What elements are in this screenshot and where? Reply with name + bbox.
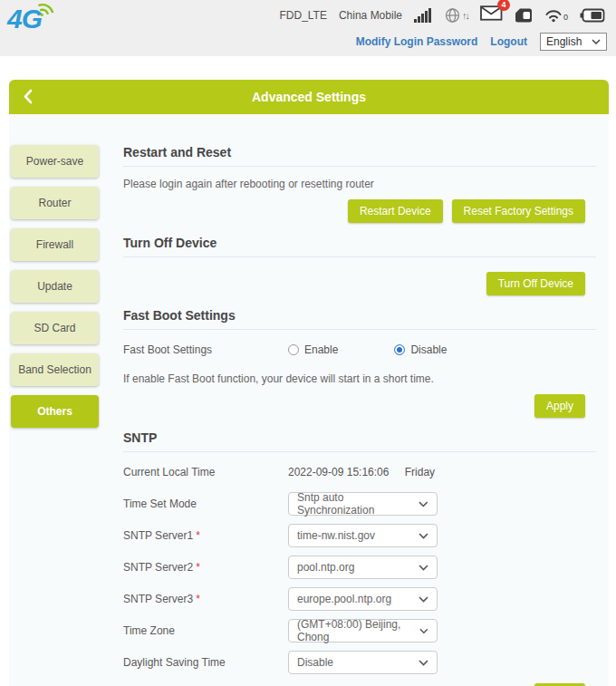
turn-off-device-button[interactable]: Turn Off Device: [486, 272, 585, 295]
time-set-mode-select[interactable]: Sntp auto Synchronization: [288, 492, 438, 516]
restart-reset-heading: Restart and Reset: [123, 145, 596, 167]
time-zone-select[interactable]: (GMT+08:00) Beijing, Chong: [288, 619, 438, 643]
sntp-server1-select[interactable]: time-nw.nist.gov: [288, 524, 438, 547]
sntp-server2-label: SNTP Server2*: [123, 561, 288, 574]
sntp-server3-row: SNTP Server3* europe.pool.ntp.org: [123, 587, 596, 611]
signal-strength-icon: [414, 7, 433, 24]
required-asterisk: *: [196, 593, 200, 605]
chevron-left-icon: [24, 89, 33, 104]
time-zone-label: Time Zone: [123, 624, 288, 637]
time-set-mode-row: Time Set Mode Sntp auto Synchronization: [123, 492, 596, 516]
restart-device-button[interactable]: Restart Device: [348, 199, 443, 223]
enable-radio-label: Enable: [304, 343, 338, 356]
chevron-down-icon: [592, 39, 601, 44]
sntp-heading: SNTP: [123, 430, 596, 452]
sntp-server3-label: SNTP Server3*: [123, 593, 288, 605]
current-time-text: 2022-09-09 15:16:06: [288, 466, 389, 478]
enable-radio-option[interactable]: Enable: [288, 343, 338, 356]
time-set-mode-value: Sntp auto Synchronization: [297, 491, 419, 517]
fast-boot-radio-group: Enable Disable: [288, 343, 503, 356]
up-down-arrows-icon: ↑↓: [462, 10, 468, 21]
modify-login-password-link[interactable]: Modify Login Password: [356, 35, 478, 48]
battery-icon: [580, 7, 605, 24]
sidebar-item-firewall[interactable]: Firewall: [11, 228, 99, 261]
settings-sidebar: Power-save Router Firewall Update SD Car…: [9, 145, 116, 686]
sidebar-item-power-save[interactable]: Power-save: [11, 145, 99, 178]
sidebar-item-others[interactable]: Others: [11, 395, 99, 428]
current-local-time-label: Current Local Time: [123, 466, 288, 478]
turn-off-device-heading: Turn Off Device: [123, 236, 596, 257]
wifi-icon: 0: [544, 8, 568, 23]
page-title-bar: Advanced Settings: [9, 80, 609, 114]
logo-4g-text: 4G: [7, 4, 42, 34]
fast-boot-apply-button[interactable]: Apply: [534, 394, 585, 418]
network-type-label: FDD_LTE: [279, 9, 326, 22]
account-links: Modify Login Password Logout English: [356, 33, 607, 51]
daylight-saving-row: Daylight Saving Time Disable: [123, 651, 596, 674]
sntp-server1-label: SNTP Server1*: [123, 529, 288, 542]
sidebar-item-sd-card[interactable]: SD Card: [11, 312, 99, 344]
chevron-down-icon: [419, 501, 428, 507]
sim-card-icon: [515, 8, 533, 23]
language-select[interactable]: English: [540, 33, 607, 51]
logo: 4G: [7, 4, 56, 34]
sntp-server2-select[interactable]: pool.ntp.org: [288, 556, 438, 579]
language-value: English: [546, 35, 582, 48]
sntp-server2-row: SNTP Server2* pool.ntp.org: [123, 556, 596, 579]
sntp-server3-select[interactable]: europe.pool.ntp.org: [288, 587, 438, 611]
restart-note: Please login again after rebooting or re…: [123, 178, 596, 190]
daylight-saving-label: Daylight Saving Time: [123, 656, 288, 669]
advanced-settings-card: Advanced Settings Power-save Router Fire…: [9, 80, 609, 686]
status-indicators: FDD_LTE China Mobile ↑↓: [279, 5, 605, 24]
operator-label: China Mobile: [339, 9, 402, 22]
sntp-server2-value: pool.ntp.org: [297, 561, 354, 574]
sidebar-item-band-selection[interactable]: Band Selection: [11, 353, 99, 386]
back-button[interactable]: [24, 89, 33, 104]
sidebar-item-update[interactable]: Update: [11, 270, 99, 303]
chevron-down-icon: [419, 533, 428, 539]
time-set-mode-label: Time Set Mode: [123, 498, 288, 510]
required-asterisk: *: [196, 529, 200, 542]
fast-boot-label: Fast Boot Settings: [123, 343, 288, 356]
disable-radio-option[interactable]: Disable: [394, 343, 447, 356]
sidebar-item-router[interactable]: Router: [11, 187, 99, 219]
chevron-down-icon: [419, 660, 428, 666]
settings-main-panel: Restart and Reset Please login again aft…: [116, 145, 609, 686]
page-title: Advanced Settings: [252, 90, 366, 104]
fast-boot-row: Fast Boot Settings Enable Disable: [123, 338, 596, 362]
reset-factory-settings-button[interactable]: Reset Factory Settings: [452, 199, 585, 223]
data-traffic-icon: ↑↓: [445, 7, 468, 24]
chevron-down-icon: [419, 628, 428, 634]
disable-radio-label: Disable: [410, 343, 447, 356]
time-zone-row: Time Zone (GMT+08:00) Beijing, Chong: [123, 619, 596, 643]
messages-icon: 4: [480, 5, 503, 24]
current-day-text: Friday: [405, 466, 435, 478]
daylight-saving-select[interactable]: Disable: [288, 651, 438, 674]
fast-boot-note: If enable Fast Boot function, your devic…: [123, 372, 596, 385]
current-local-time-row: Current Local Time 2022-09-09 15:16:06 F…: [123, 460, 596, 484]
sntp-server1-value: time-nw.nist.gov: [297, 529, 375, 542]
sntp-server1-row: SNTP Server1* time-nw.nist.gov: [123, 524, 596, 547]
chevron-down-icon: [419, 596, 428, 603]
disable-radio-icon[interactable]: [394, 344, 405, 355]
sntp-server3-value: europe.pool.ntp.org: [297, 593, 391, 605]
time-zone-value: (GMT+08:00) Beijing, Chong: [297, 618, 419, 643]
enable-radio-icon[interactable]: [288, 344, 299, 355]
daylight-saving-value: Disable: [297, 656, 333, 669]
chevron-down-icon: [419, 565, 428, 571]
top-status-bar: 4G FDD_LTE China Mobile: [0, 0, 616, 56]
logo-wifi-waves-icon: [38, 2, 56, 18]
unread-messages-badge: 4: [497, 0, 510, 11]
required-asterisk: *: [196, 561, 200, 574]
logout-link[interactable]: Logout: [490, 35, 527, 48]
fast-boot-heading: Fast Boot Settings: [123, 308, 596, 330]
wifi-users-count: 0: [563, 13, 568, 22]
current-local-time-value: 2022-09-09 15:16:06 Friday: [288, 466, 435, 478]
